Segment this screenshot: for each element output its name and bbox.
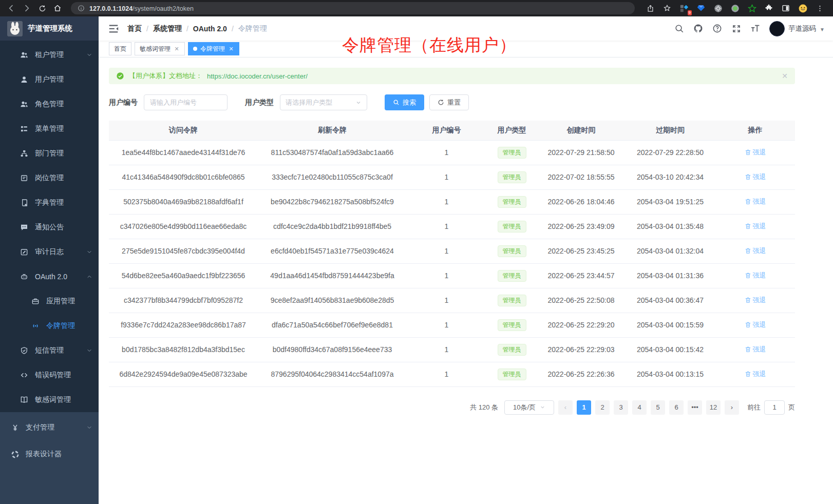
share-icon[interactable]: [645, 3, 655, 13]
puzzle-extension-icon[interactable]: [764, 3, 774, 13]
delete-icon: [745, 297, 751, 303]
force-logout-button[interactable]: 强退: [745, 246, 766, 256]
action-cell: 强退: [715, 362, 795, 386]
next-page-button[interactable]: ›: [725, 400, 739, 415]
close-icon[interactable]: ✕: [174, 46, 180, 52]
reset-button[interactable]: 重置: [429, 94, 469, 110]
sidebar-item-短信管理[interactable]: 短信管理: [0, 338, 99, 363]
sidebar-item-错误码管理[interactable]: 错误码管理: [0, 363, 99, 387]
forward-icon[interactable]: [21, 2, 33, 14]
force-logout-button[interactable]: 强退: [745, 370, 766, 379]
user-type-select[interactable]: 请选择用户类型: [280, 94, 367, 110]
site-info-icon[interactable]: [77, 2, 85, 14]
force-logout-button[interactable]: 强退: [745, 148, 766, 157]
back-icon[interactable]: [5, 2, 17, 14]
page-button-12[interactable]: 12: [706, 400, 721, 415]
refresh-token-cell: be90422b8c7946218275a508bf524fc9: [258, 189, 407, 214]
sidebar-item-字典管理[interactable]: 字典管理: [0, 190, 99, 215]
user-id-input[interactable]: [144, 94, 228, 110]
sidebar-item-岗位管理[interactable]: 岗位管理: [0, 166, 99, 190]
force-logout-button[interactable]: 强退: [745, 197, 766, 206]
page-button-6[interactable]: 6: [669, 400, 684, 415]
bookmark-star-icon[interactable]: [662, 3, 672, 13]
sidebar: 芋道管理系统 租户管理用户管理角色管理菜单管理部门管理岗位管理字典管理通知公告审…: [0, 16, 99, 504]
page-button-3[interactable]: 3: [614, 400, 628, 415]
user-type-cell: 管理员: [486, 140, 537, 165]
home-icon[interactable]: [51, 2, 64, 14]
sidebar-item-用户管理[interactable]: 用户管理: [0, 67, 99, 92]
force-logout-button[interactable]: 强退: [745, 320, 766, 329]
browser-menu-icon[interactable]: [815, 3, 825, 13]
prev-page-button[interactable]: ‹: [558, 400, 573, 415]
breadcrumb-item[interactable]: OAuth 2.0: [193, 25, 227, 33]
page-button-5[interactable]: 5: [651, 400, 665, 415]
column-header-访问令牌: 访问令牌: [109, 121, 258, 140]
sidebar-fold-icon[interactable]: [108, 23, 119, 34]
alert-close-icon[interactable]: ✕: [782, 72, 788, 80]
sidebar-item-label: 角色管理: [35, 100, 64, 109]
force-logout-label: 强退: [753, 246, 766, 256]
breadcrumb-item[interactable]: 首页: [127, 24, 142, 33]
sidebar-item-报表设计器[interactable]: 报表设计器: [0, 441, 99, 468]
breadcrumb-item[interactable]: 系统管理: [153, 24, 182, 33]
green-star-extension-icon[interactable]: [747, 3, 757, 13]
column-header-过期时间: 过期时间: [625, 121, 715, 140]
sidebar-item-角色管理[interactable]: 角色管理: [0, 92, 99, 117]
created-time-cell: 2022-06-25 23:49:09: [537, 214, 625, 239]
report-icon: [10, 450, 20, 459]
url-path: /system/oauth2/token: [132, 5, 194, 12]
extension-colored-icon[interactable]: 9: [679, 3, 689, 13]
profile-avatar-icon[interactable]: [798, 3, 808, 13]
delete-icon: [745, 223, 751, 229]
search-button[interactable]: 搜索: [385, 94, 424, 110]
force-logout-button[interactable]: 强退: [745, 296, 766, 305]
page-button-4[interactable]: 4: [632, 400, 647, 415]
tab-敏感词管理[interactable]: 敏感词管理✕: [135, 42, 185, 55]
sidebar-item-label: 审计日志: [35, 247, 64, 257]
split-screen-extension-icon[interactable]: [781, 3, 791, 13]
sidebar-item-令牌管理[interactable]: 令牌管理: [0, 314, 99, 338]
force-logout-button[interactable]: 强退: [745, 222, 766, 231]
force-logout-button[interactable]: 强退: [745, 271, 766, 280]
url-bar[interactable]: 127.0.0.1:1024/system/oauth2/token: [71, 2, 635, 14]
force-logout-button[interactable]: 强退: [745, 172, 766, 182]
fullscreen-icon[interactable]: [731, 24, 741, 33]
page-button-2[interactable]: 2: [595, 400, 610, 415]
app-logo-row[interactable]: 芋道管理系统: [0, 16, 99, 41]
close-icon[interactable]: ✕: [228, 46, 234, 52]
sidebar-item-应用管理[interactable]: 应用管理: [0, 289, 99, 314]
tab-首页[interactable]: 首页: [109, 42, 131, 55]
font-size-icon[interactable]: [750, 24, 760, 33]
sidebar-item-菜单管理[interactable]: 菜单管理: [0, 117, 99, 141]
sidebar-item-敏感词管理[interactable]: 敏感词管理: [0, 387, 99, 412]
search-icon[interactable]: [674, 24, 684, 33]
created-time-cell: 2022-06-25 23:44:57: [537, 263, 625, 288]
column-header-刷新令牌: 刷新令牌: [258, 121, 407, 140]
gray-extension-icon[interactable]: [713, 3, 723, 13]
sidebar-item-通知公告[interactable]: 通知公告: [0, 215, 99, 240]
alert-doc-link[interactable]: https://doc.iocoder.cn/user-center/: [207, 72, 308, 80]
github-icon[interactable]: [693, 24, 703, 33]
help-icon[interactable]: [712, 24, 722, 33]
sidebar-menu-light: 支付管理报表设计器: [0, 412, 99, 504]
check-circle-icon: [116, 72, 124, 80]
goto-page-input[interactable]: [764, 400, 785, 415]
sidebar-item-部门管理[interactable]: 部门管理: [0, 141, 99, 166]
sidebar-item-支付管理[interactable]: 支付管理: [0, 414, 99, 441]
page-size-select[interactable]: 10条/页: [504, 400, 554, 415]
sidebar-item-OAuth 2.0[interactable]: OAuth 2.0: [0, 264, 99, 289]
tab-令牌管理[interactable]: 令牌管理✕: [188, 42, 239, 55]
sidebar-item-租户管理[interactable]: 租户管理: [0, 43, 99, 67]
reset-button-label: 重置: [447, 98, 461, 107]
errcode-icon: [20, 371, 29, 380]
gem-extension-icon[interactable]: [696, 3, 706, 13]
page-button-1[interactable]: 1: [577, 400, 591, 415]
reload-icon[interactable]: [36, 2, 48, 14]
extension-tray: 9: [642, 3, 828, 13]
doc-alert: 【用户体系】文档地址： https://doc.iocoder.cn/user-…: [109, 68, 795, 84]
green-dot-extension-icon[interactable]: [730, 3, 740, 13]
user-menu[interactable]: 芋道源码 ▼: [769, 21, 825, 36]
sidebar-item-审计日志[interactable]: 审计日志: [0, 240, 99, 264]
user-name: 芋道源码: [788, 24, 816, 33]
force-logout-button[interactable]: 强退: [745, 345, 766, 354]
